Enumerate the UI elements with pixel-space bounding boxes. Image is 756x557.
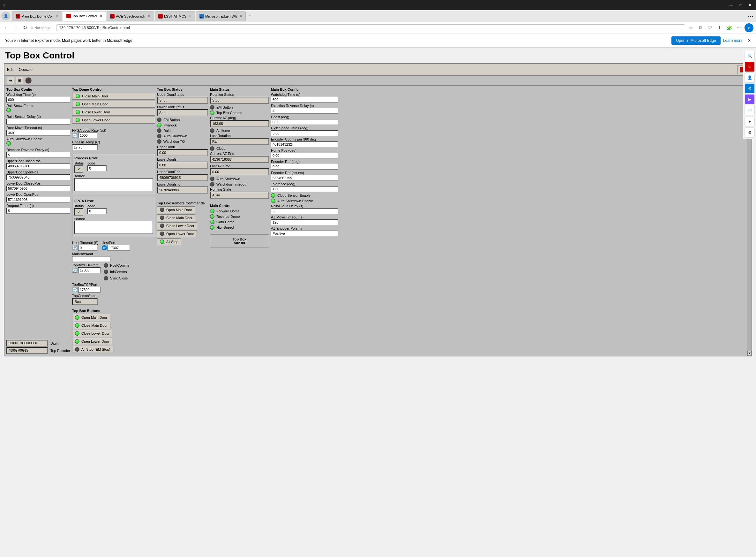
btn-close-main-door[interactable]: Close Main Door — [72, 322, 111, 329]
profile-icon[interactable]: 👤 — [1, 11, 10, 21]
scroll-down-btn[interactable]: ▼ — [747, 351, 752, 356]
mb-high-speed-thres-input[interactable] — [271, 130, 338, 136]
address-bar[interactable] — [56, 24, 685, 31]
share-btn[interactable]: ⬆ — [716, 24, 723, 32]
edge-icon[interactable]: e — [745, 23, 753, 32]
rem-close-lower-label: Close Lower Door — [166, 224, 194, 228]
process-source-textarea[interactable] — [74, 178, 153, 191]
minimize-btn[interactable]: — — [728, 2, 735, 8]
btn-all-stop[interactable]: All Stop (EM Stop) — [72, 346, 113, 353]
rem-all-stop[interactable]: All Stop — [157, 238, 181, 245]
menu-edit[interactable]: Edit — [7, 67, 14, 72]
ext-btn[interactable]: 🧩 — [725, 24, 733, 32]
close-btn[interactable]: ✕ — [747, 2, 753, 8]
chassis-temp-input[interactable] — [72, 144, 98, 150]
settings-icon[interactable]: ⋯ — [747, 12, 755, 20]
open-main-door-btn[interactable]: Open Main Door — [72, 100, 155, 108]
sidebar-favorites-btn[interactable]: ☆ — [745, 62, 755, 72]
tab-lsst[interactable]: L LSST AT MCS ✕ — [155, 11, 195, 21]
process-error-title: Process Error — [74, 156, 153, 160]
fpga-code-input[interactable] — [88, 208, 106, 214]
sidebar-play-btn[interactable]: ▶ — [745, 94, 755, 105]
tcp-port-input[interactable] — [78, 287, 100, 293]
star-btn[interactable]: ☆ — [687, 24, 695, 32]
watchdog-time-input[interactable] — [6, 97, 70, 102]
host-port-input[interactable] — [107, 245, 130, 251]
sync-close-row: Sync Close — [104, 276, 130, 281]
open-edge-btn[interactable]: Open in Microsoft Edge — [671, 36, 720, 45]
forward-btn[interactable]: → — [12, 24, 20, 31]
host-timeout-input[interactable] — [78, 245, 97, 251]
interlock-label: Interlock — [163, 123, 177, 127]
udp-port-input[interactable] — [78, 267, 100, 273]
toolbar-stop-btn[interactable]: ⬛ — [25, 77, 32, 84]
fpga-source-textarea[interactable] — [74, 221, 153, 234]
tab-close-top[interactable]: ✕ — [100, 14, 102, 18]
fpga-loop-rate-input[interactable] — [78, 133, 97, 138]
toolbar-gear-btn[interactable]: ⚙ — [16, 77, 23, 84]
rem-open-lower-door[interactable]: Open Lower Door — [157, 230, 197, 237]
rem-close-main-door[interactable]: Close Main Door — [157, 214, 195, 221]
lower-door-open-pos-input[interactable] — [6, 197, 70, 203]
door-move-timeout-input[interactable] — [6, 130, 70, 136]
menu-operate[interactable]: Operate — [19, 67, 33, 72]
rail-snow-led[interactable] — [6, 108, 11, 112]
toolbar-arrow-btn[interactable]: ➜ — [7, 77, 14, 84]
back-btn[interactable]: ← — [3, 24, 10, 31]
lower-door-enc-label: LowerDoorEnc — [157, 182, 208, 186]
mb-rain-cloud-delay-input[interactable] — [271, 208, 338, 214]
main-box-addr-input[interactable] — [72, 256, 111, 262]
dropout-timer-input[interactable] — [6, 208, 70, 214]
mb-tolerance-input[interactable] — [271, 186, 338, 192]
mb-watchdog-time-input[interactable] — [271, 97, 338, 102]
mb-encoder-counts-input[interactable] — [271, 142, 338, 147]
split-btn[interactable]: ⧉ — [697, 24, 704, 32]
mb-encoder-ref-deg-input[interactable] — [271, 164, 338, 170]
learn-more-link[interactable]: Learn more — [723, 38, 743, 43]
tab-close-ace[interactable]: ✕ — [148, 14, 151, 18]
sidebar-plus-btn[interactable]: + — [745, 117, 755, 127]
btn-open-lower-door[interactable]: Open Lower Door — [72, 338, 112, 345]
mb-encoder-ref-counts-input[interactable] — [271, 175, 338, 181]
process-code-input[interactable] — [88, 166, 106, 171]
sidebar-tools-btn[interactable]: ⚙ — [745, 83, 755, 94]
btn-close-lower-door[interactable]: Close Lower Door — [72, 330, 112, 337]
sidebar-history-btn[interactable]: 👤 — [745, 72, 755, 83]
auto-shutdown-enable-led[interactable] — [6, 141, 11, 146]
refresh-btn[interactable]: ↻ — [22, 24, 28, 31]
sidebar-search-btn[interactable]: 🔍 — [745, 51, 755, 61]
more-btn[interactable]: ⋯ — [735, 24, 743, 32]
close-main-door-btn[interactable]: Close Main Door — [72, 93, 155, 100]
ie-banner-close[interactable]: ✕ — [748, 38, 751, 43]
upper-door-open-pos-input[interactable] — [6, 174, 70, 180]
mb-home-pos-input[interactable] — [271, 153, 338, 158]
close-lower-door-btn[interactable]: Close Lower Door — [72, 109, 155, 116]
udp-port-label: TopBoxUDPPort — [72, 263, 100, 267]
tab-close-edge[interactable]: ✕ — [239, 14, 242, 18]
window-controls[interactable]: — □ ✕ — [728, 2, 753, 8]
tab-close-lsst[interactable]: ✕ — [189, 14, 192, 18]
rain-sensor-delay-input[interactable] — [6, 119, 70, 124]
sidebar-settings-btn[interactable]: ⚙ — [745, 127, 755, 138]
mb-az-move-timeout-input[interactable] — [271, 219, 338, 225]
direction-reverse-delay-input[interactable] — [6, 152, 70, 158]
fav-btn[interactable]: ♡ — [706, 24, 714, 32]
mb-az-encoder-polarity-input[interactable] — [271, 231, 338, 236]
tab-top-box[interactable]: T Top Box Control ✕ — [63, 11, 106, 21]
sidebar-share-btn[interactable]: 📨 — [745, 105, 755, 115]
new-tab-btn[interactable]: + — [246, 13, 254, 20]
mb-coast-input[interactable] — [271, 119, 338, 125]
rem-all-stop-led — [160, 239, 164, 244]
btn-open-main-door[interactable]: Open Main Door — [72, 314, 110, 321]
open-lower-door-btn[interactable]: Open Lower Door — [72, 117, 155, 124]
rem-close-lower-door[interactable]: Close Lower Door — [157, 222, 197, 229]
tab-ace[interactable]: A ACE Spectrograph ✕ — [106, 11, 154, 21]
tab-edge[interactable]: E Microsoft Edge | Wh ✕ — [196, 11, 246, 21]
maximize-btn[interactable]: □ — [738, 2, 744, 8]
upper-door-closed-pos-input[interactable] — [6, 163, 70, 169]
mb-dir-reverse-input[interactable] — [271, 108, 338, 114]
lower-door-closed-pos-input[interactable] — [6, 185, 70, 191]
rem-open-main-door[interactable]: Open Main Door — [157, 206, 195, 213]
tab-main-box[interactable]: M Main Box Dome Con ✕ — [12, 11, 62, 21]
tab-close-main[interactable]: ✕ — [56, 14, 59, 18]
